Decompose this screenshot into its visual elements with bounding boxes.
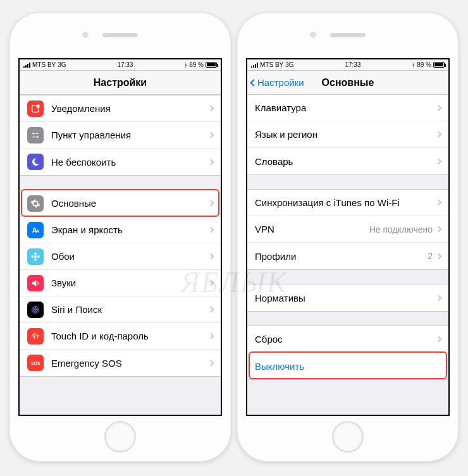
carrier-label: MTS BY (32, 61, 56, 68)
svg-text:SOS: SOS (31, 361, 40, 365)
battery-percent: 89 % (189, 61, 204, 68)
svg-text:A: A (36, 228, 40, 234)
battery-icon (206, 62, 217, 68)
row-reset[interactable]: Сброс (247, 326, 448, 353)
clock: 17:33 (66, 61, 185, 68)
row-shutdown[interactable]: Выключить (247, 353, 448, 379)
row-label: Сброс (255, 334, 436, 345)
row-siri[interactable]: Siri и Поиск (20, 296, 221, 323)
row-vpn[interactable]: VPNНе подключено (247, 216, 448, 243)
row-control-center[interactable]: Пункт управления (20, 122, 221, 149)
svg-point-2 (32, 133, 34, 135)
row-label: Профили (255, 251, 428, 262)
chevron-right-icon (208, 200, 214, 207)
home-button[interactable] (104, 421, 136, 453)
svg-point-10 (34, 258, 37, 260)
general-list[interactable]: Клавиатура Язык и регион Словарь Синхрон… (247, 95, 448, 415)
row-label: Звуки (51, 278, 209, 288)
chevron-right-icon (208, 132, 214, 138)
chevron-right-icon (208, 333, 214, 339)
clock: 17:33 (294, 61, 412, 68)
display-icon: AA (27, 222, 44, 238)
chevron-right-icon (436, 105, 442, 111)
row-wallpaper[interactable]: Обои (20, 243, 221, 270)
row-label: Экран и яркость (51, 224, 209, 235)
signal-icon (251, 63, 258, 68)
svg-point-9 (34, 252, 37, 255)
home-button[interactable] (332, 421, 364, 453)
row-sounds[interactable]: Звуки (20, 270, 221, 296)
chevron-right-icon (436, 253, 442, 259)
row-label: Синхронизация с iTunes по Wi-Fi (255, 197, 436, 208)
chevron-left-icon (250, 79, 257, 86)
flower-icon (27, 248, 44, 265)
row-dnd[interactable]: Не беспокоить (20, 149, 221, 175)
signal-icon (23, 63, 30, 68)
back-button[interactable]: Настройки (251, 71, 304, 94)
chevron-right-icon (436, 158, 442, 164)
network-label: 3G (58, 61, 66, 68)
siri-icon (27, 302, 44, 318)
row-label: Не беспокоить (51, 157, 209, 168)
chevron-right-icon (208, 360, 214, 366)
chevron-right-icon (208, 159, 214, 165)
carrier-label: MTS BY (260, 61, 283, 68)
chevron-right-icon (436, 131, 442, 138)
network-label: 3G (285, 61, 293, 68)
fingerprint-icon (27, 328, 44, 345)
chevron-right-icon (436, 200, 442, 206)
back-label: Настройки (257, 77, 304, 88)
row-touchid[interactable]: Touch ID и код-пароль (20, 323, 221, 350)
row-value: 2 (428, 251, 433, 261)
phone-right: MTS BY 3G 17:33 ᚼ 89 % Настройки Основны… (237, 13, 459, 461)
row-label: Выключить (255, 361, 441, 372)
svg-rect-3 (35, 133, 38, 133)
svg-point-15 (35, 308, 37, 310)
row-display[interactable]: AA Экран и яркость (20, 217, 221, 243)
row-profiles[interactable]: Профили2 (247, 243, 448, 269)
row-itunes-wifi[interactable]: Синхронизация с iTunes по Wi-Fi (247, 190, 448, 216)
sos-icon: SOS (27, 355, 44, 371)
chevron-right-icon (436, 295, 442, 301)
battery-percent: 89 % (417, 61, 431, 68)
speaker-icon (27, 275, 44, 291)
row-label: Обои (51, 251, 209, 262)
svg-point-4 (37, 136, 39, 138)
row-label: Нормативы (255, 293, 436, 303)
row-sos[interactable]: SOS Emergency SOS (20, 350, 221, 376)
settings-list[interactable]: Уведомления Пункт управления Не беспокои… (20, 95, 221, 415)
control-center-icon (27, 127, 44, 143)
row-label: Siri и Поиск (51, 304, 209, 315)
battery-icon (433, 62, 445, 68)
chevron-right-icon (208, 307, 214, 313)
row-label: Emergency SOS (51, 358, 209, 369)
gear-icon (27, 195, 44, 212)
row-label: Touch ID и код-пароль (51, 331, 209, 341)
svg-point-12 (37, 255, 40, 258)
svg-point-11 (31, 255, 34, 258)
screen-left: MTS BY 3G 17:33 ᚼ 89 % Настройки Уведомл… (18, 58, 222, 416)
status-bar: MTS BY 3G 17:33 ᚼ 89 % (247, 59, 448, 71)
row-dictionary[interactable]: Словарь (247, 148, 448, 174)
row-label: Клавиатура (255, 102, 436, 113)
svg-point-1 (36, 104, 39, 107)
chevron-right-icon (208, 106, 214, 112)
nav-bar: Настройки (20, 71, 221, 95)
row-label: Пункт управления (51, 130, 209, 140)
phone-left: MTS BY 3G 17:33 ᚼ 89 % Настройки Уведомл… (9, 13, 231, 461)
row-general[interactable]: Основные (20, 190, 221, 217)
chevron-right-icon (208, 227, 214, 233)
moon-icon (27, 154, 44, 170)
page-title: Основные (322, 77, 374, 88)
screen-right: MTS BY 3G 17:33 ᚼ 89 % Настройки Основны… (246, 58, 450, 416)
row-notifications[interactable]: Уведомления (20, 95, 221, 122)
row-language[interactable]: Язык и регион (247, 121, 448, 148)
row-label: Язык и регион (255, 129, 436, 140)
row-regulatory[interactable]: Нормативы (247, 284, 448, 311)
chevron-right-icon (208, 280, 214, 286)
row-label: Уведомления (51, 103, 209, 114)
nav-bar: Настройки Основные (247, 71, 448, 95)
row-keyboard[interactable]: Клавиатура (247, 95, 448, 121)
chevron-right-icon (208, 253, 214, 260)
chevron-right-icon (436, 226, 442, 233)
